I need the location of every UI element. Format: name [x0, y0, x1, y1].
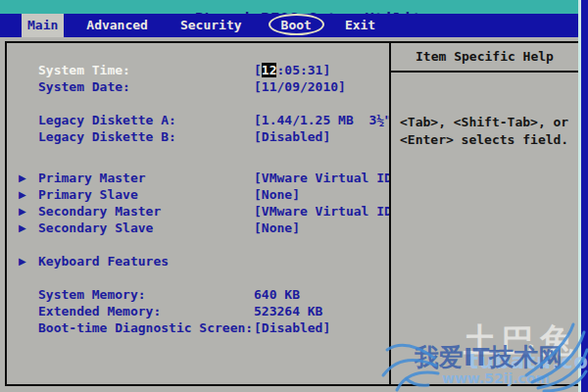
- submenu-arrow-icon: ▶: [19, 203, 38, 220]
- help-panel-title: Item Specific Help: [391, 43, 578, 73]
- setting-label: Extended Memory:: [38, 303, 254, 319]
- bios-screen: PhoenixBIOS Setup Utility MainAdvancedSe…: [0, 0, 588, 392]
- setting-label: Primary Slave: [38, 186, 254, 203]
- setting-value[interactable]: [None]: [254, 187, 300, 202]
- submenu-arrow-icon: ▶: [19, 186, 38, 203]
- setting-row[interactable]: ▶Secondary Master[VMware Virtual ID]: [19, 203, 389, 220]
- submenu-arrow-icon: ▶: [19, 220, 38, 236]
- tab-label: Advanced: [86, 18, 148, 32]
- setting-row[interactable]: Legacy Diskette A:[1.44/1.25 MB 3½"]: [19, 112, 389, 128]
- setting-value[interactable]: [Disabled]: [254, 320, 330, 335]
- setting-value[interactable]: [12:05:31]: [254, 63, 330, 77]
- setting-value[interactable]: [VMware Virtual ID]: [254, 171, 391, 185]
- setting-label: Primary Master: [38, 170, 254, 186]
- setting-label: Keyboard Features: [38, 253, 254, 270]
- setting-label: Legacy Diskette B:: [38, 128, 254, 145]
- setting-label: System Memory:: [38, 286, 254, 303]
- setting-row[interactable]: ▶Primary Master[VMware Virtual ID]: [19, 170, 389, 186]
- setting-label: System Date:: [38, 78, 254, 95]
- help-text-line: <Enter> selects field.: [400, 131, 578, 149]
- setting-value[interactable]: [Disabled]: [254, 129, 330, 144]
- tab-label: Main: [27, 18, 58, 32]
- submenu-arrow-icon: ▶: [19, 170, 38, 186]
- content-area: System Time:[12:05:31]System Date:[11/09…: [5, 41, 580, 386]
- setting-label: System Time:: [38, 62, 254, 78]
- help-panel: Item Specific Help <Tab>, <Shift-Tab>, o…: [391, 43, 578, 384]
- setting-row[interactable]: ▶Primary Slave[None]: [19, 186, 389, 203]
- setting-row[interactable]: System Date:[11/09/2010]: [19, 78, 389, 95]
- screen-right-edge: [578, 0, 588, 392]
- tab-boot[interactable]: Boot: [275, 14, 318, 37]
- setting-row[interactable]: ▶Keyboard Features: [19, 253, 389, 270]
- help-panel-body: <Tab>, <Shift-Tab>, or <Enter> selects f…: [391, 73, 578, 149]
- setting-row[interactable]: Legacy Diskette B:[Disabled]: [19, 128, 389, 145]
- setting-label: Legacy Diskette A:: [38, 112, 254, 128]
- settings-panel: System Time:[12:05:31]System Date:[11/09…: [7, 43, 391, 384]
- setting-row[interactable]: System Time:[12:05:31]: [19, 62, 389, 78]
- menu-bar: MainAdvancedSecurityBootExit: [0, 14, 588, 37]
- edit-cursor: 12: [262, 63, 277, 77]
- setting-value: 640 KB: [254, 287, 300, 302]
- tab-main[interactable]: Main: [22, 14, 64, 37]
- tab-exit[interactable]: Exit: [339, 14, 381, 37]
- tab-label: Security: [180, 18, 242, 32]
- setting-label: Secondary Master: [38, 203, 254, 220]
- tab-security[interactable]: Security: [174, 14, 248, 37]
- setting-row[interactable]: ▶Secondary Slave[None]: [19, 220, 389, 236]
- tab-label: Exit: [345, 18, 375, 32]
- setting-label: Secondary Slave: [38, 220, 254, 236]
- setting-value[interactable]: [1.44/1.25 MB 3½"]: [254, 113, 391, 127]
- setting-value[interactable]: [11/09/2010]: [254, 79, 346, 94]
- setting-row: Extended Memory:523264 KB: [19, 303, 389, 319]
- tab-advanced[interactable]: Advanced: [80, 14, 154, 37]
- title-bar: PhoenixBIOS Setup Utility: [0, 0, 588, 14]
- tab-label: Boot: [281, 18, 312, 32]
- submenu-arrow-icon: ▶: [19, 253, 38, 270]
- setting-label: Boot-time Diagnostic Screen:: [38, 319, 254, 336]
- setting-value[interactable]: [VMware Virtual ID]: [254, 204, 391, 219]
- setting-row: System Memory:640 KB: [19, 286, 389, 303]
- setting-row[interactable]: Boot-time Diagnostic Screen:[Disabled]: [19, 319, 389, 336]
- setting-value: 523264 KB: [254, 304, 322, 318]
- setting-value[interactable]: [None]: [254, 220, 300, 235]
- help-text-line: <Tab>, <Shift-Tab>, or: [400, 114, 578, 131]
